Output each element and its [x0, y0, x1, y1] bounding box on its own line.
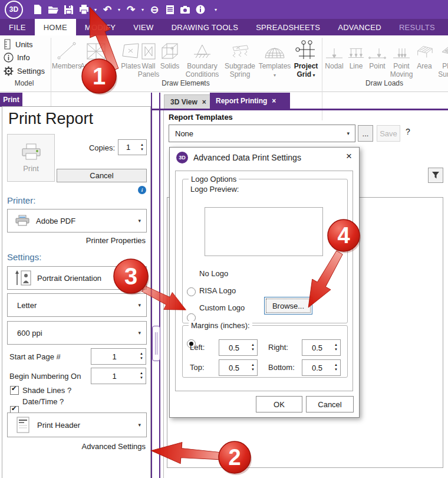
ribbon-point-moving-load-button[interactable]: Point Moving	[388, 39, 415, 79]
customize-toolbar-icon[interactable]: ▾	[213, 7, 219, 12]
print-header-select[interactable]: Print Header ▾	[7, 412, 147, 437]
point-moving-load-icon	[388, 39, 415, 61]
stepper-arrows[interactable]: ▲▼	[332, 363, 340, 372]
remove-circle-icon[interactable]: ⊖	[148, 3, 161, 16]
ribbon-settings-button[interactable]: Settings	[4, 66, 45, 76]
print-button[interactable]: Print	[7, 134, 55, 182]
stepper-arrows[interactable]: ▲▼	[332, 343, 340, 352]
new-file-icon[interactable]	[31, 3, 44, 16]
ribbon-nodal-load-button[interactable]: Nodal	[323, 39, 345, 71]
printer-properties-link[interactable]: Printer Properties	[59, 236, 146, 245]
browse-button[interactable]: Browse...	[264, 297, 312, 315]
print-header-icon	[16, 416, 30, 434]
orientation-select[interactable]: Portrait Orientation ▾	[7, 266, 147, 290]
no-logo-label: No Logo	[199, 269, 228, 278]
tab-drawing-tools[interactable]: DRAWING TOOLS	[163, 19, 247, 35]
ribbon-members-button[interactable]: Members	[51, 39, 82, 71]
tab-spreadsheets[interactable]: SPREADSHEETS	[247, 19, 329, 35]
spreadsheet-icon[interactable]	[163, 3, 176, 16]
start-page-stepper[interactable]: 1 ▲▼	[91, 348, 146, 365]
dialog-ok-button[interactable]: OK	[256, 396, 302, 412]
stepper-arrows[interactable]: ▲▼	[249, 363, 257, 372]
margin-bottom-stepper[interactable]: 0.5 ▲▼	[302, 359, 341, 376]
copies-stepper[interactable]: 1 ▲▼	[118, 139, 147, 155]
info-badge-icon[interactable]: i	[138, 186, 146, 194]
settings-heading: Settings:	[7, 252, 41, 262]
help-label[interactable]: ?	[406, 127, 410, 136]
advanced-settings-link[interactable]: Advanced Settings	[53, 442, 146, 451]
units-label: Units	[15, 40, 33, 49]
print-icon[interactable]	[77, 3, 90, 16]
tab-results: RESULTS	[390, 19, 444, 35]
dialog-title-bar[interactable]: 3D Advanced Data Print Settings	[170, 148, 359, 167]
tab-modify[interactable]: MODIFY	[76, 19, 124, 35]
redo-icon[interactable]: ↷	[124, 3, 137, 16]
no-logo-radio[interactable]	[187, 287, 196, 296]
chevron-down-icon: ▾	[138, 330, 146, 336]
filter-button[interactable]	[428, 168, 443, 183]
members-icon	[51, 39, 82, 61]
camera-icon[interactable]	[179, 3, 192, 16]
margin-right-stepper[interactable]: 0.5 ▲▼	[302, 339, 341, 356]
ribbon-project-grid-button[interactable]: Project Grid ▾	[292, 39, 320, 79]
begin-numbering-stepper[interactable]: 1 ▲▼	[91, 368, 146, 384]
redo-dropdown-icon[interactable]: ▾	[140, 7, 146, 12]
tab-home[interactable]: HOME	[35, 19, 76, 35]
paper-size-select[interactable]: Letter ▾	[7, 293, 147, 317]
close-tab-icon[interactable]: ×	[272, 97, 276, 105]
margin-top-stepper[interactable]: 0.5 ▲▼	[219, 359, 258, 376]
tab-file[interactable]: FILE	[0, 19, 35, 35]
templates-icon	[258, 39, 291, 61]
shade-lines-checkbox[interactable]: ✔	[10, 386, 19, 395]
copies-label: Copies:	[71, 143, 115, 152]
print-panel-tab[interactable]: Print	[0, 93, 22, 107]
boundary-conditions-icon	[184, 39, 220, 61]
save-icon[interactable]	[62, 3, 75, 16]
ribbon-plate-surface-load-button[interactable]: Plate Surface	[434, 39, 448, 79]
active-tab-underline	[151, 109, 448, 110]
ribbon-point-load-button[interactable]: Point	[367, 39, 388, 71]
info-circle-icon	[4, 53, 14, 63]
stepper-arrows[interactable]: ▲▼	[137, 371, 146, 381]
ribbon-info-button[interactable]: Info	[4, 53, 30, 63]
report-template-select[interactable]: None ▾	[169, 125, 355, 142]
panel-border	[163, 110, 164, 478]
group-separator	[322, 38, 322, 120]
undo-dropdown-icon[interactable]: ▾	[116, 7, 122, 12]
close-tab-icon[interactable]: ×	[202, 98, 206, 106]
ribbon-tab-bar: FILE HOME MODIFY VIEW DRAWING TOOLS SPRE…	[0, 19, 448, 35]
tab-view[interactable]: VIEW	[124, 19, 162, 35]
undo-icon[interactable]: ↶	[101, 3, 114, 16]
dialog-cancel-button[interactable]: Cancel	[306, 396, 354, 412]
start-page-label: Start at Page #	[9, 352, 61, 361]
resolution-select[interactable]: 600 ppi ▾	[7, 321, 147, 345]
automesh-icon	[80, 39, 113, 61]
printer-small-icon	[15, 215, 30, 227]
view-tab-report-printing[interactable]: Report Printing×	[210, 93, 290, 109]
cancel-print-button[interactable]: Cancel	[57, 169, 147, 182]
ribbon-subgrade-spring-button[interactable]: Subgrade Spring	[223, 39, 257, 79]
stepper-arrows[interactable]: ▲▼	[137, 352, 146, 361]
ribbon-units-button[interactable]: Units	[4, 39, 33, 50]
tab-advanced[interactable]: ADVANCED	[329, 19, 390, 35]
print-dropdown-icon[interactable]: ▾	[93, 7, 98, 12]
chevron-down-icon: ▾	[138, 218, 146, 224]
ribbon-line-load-button[interactable]: Line	[347, 39, 365, 71]
stepper-arrows[interactable]: ▲▼	[138, 143, 146, 152]
ribbon-templates-button[interactable]: Templates▾	[258, 39, 291, 79]
browse-templates-button[interactable]: ...	[358, 125, 373, 142]
stepper-arrows[interactable]: ▲▼	[249, 343, 257, 352]
margin-left-stepper[interactable]: 0.5 ▲▼	[219, 339, 258, 356]
ribbon-solids-button[interactable]: Solids	[158, 39, 182, 71]
nodal-load-icon	[323, 39, 345, 61]
chevron-down-icon: ▾	[138, 422, 146, 428]
splitter-grip[interactable]	[152, 326, 160, 361]
ribbon-area-load-button[interactable]: Area	[414, 39, 434, 71]
ribbon-automesh-button[interactable]: Automesh of Plates	[80, 39, 113, 79]
quick-access-toolbar: ▾ ↶ ▾ ↷ ▾ ⊖ ▾	[31, 3, 219, 16]
dialog-close-icon[interactable]: ×	[346, 150, 352, 162]
info-icon[interactable]	[194, 3, 207, 16]
open-file-icon[interactable]	[47, 3, 60, 16]
printer-select[interactable]: Adobe PDF ▾	[7, 209, 147, 233]
title-bar: 3D ▾ ↶ ▾ ↷ ▾ ⊖ ▾	[0, 0, 448, 19]
